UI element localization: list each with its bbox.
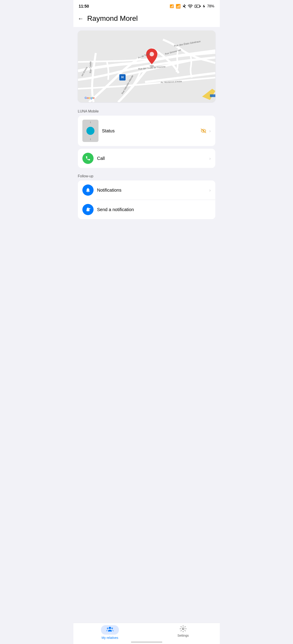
bell-icon <box>85 188 91 193</box>
svg-text:H: H <box>121 75 123 79</box>
call-label: Call <box>97 156 206 161</box>
charging-icon <box>203 4 205 8</box>
device-section-label: LUNA Mobile <box>78 106 215 116</box>
status-icons: 📶 📶 78% <box>170 4 214 9</box>
send-notification-item[interactable]: Send a notification <box>78 200 215 219</box>
notifications-chevron: › <box>209 188 211 193</box>
wifi-icon <box>188 4 193 8</box>
notifications-icon-circle <box>82 184 94 196</box>
svg-text:Rue Colette: Rue Colette <box>89 61 92 73</box>
map-container[interactable]: H Google Rue des États Généraux Rue Simo… <box>78 31 215 102</box>
call-chevron: › <box>209 156 211 161</box>
call-card: Call › <box>78 149 215 168</box>
device-image <box>82 120 99 142</box>
content: LUNA Mobile Status › <box>73 106 220 219</box>
bell-plus-icon <box>85 207 91 212</box>
svg-rect-19 <box>210 94 215 97</box>
notifications-label: Notifications <box>97 188 206 193</box>
svg-text:Google: Google <box>85 96 95 100</box>
wifi-icon: 📶 <box>176 4 181 9</box>
status-chevron: › <box>209 128 211 134</box>
bluetooth-icon: 📶 <box>170 4 174 8</box>
status-item[interactable]: Status › <box>78 116 215 146</box>
back-button[interactable]: ← <box>78 16 84 22</box>
battery-x-icon <box>194 4 201 8</box>
map-svg: H Google Rue des États Généraux Rue Simo… <box>78 31 215 102</box>
phone-icon <box>85 156 91 161</box>
status-bar: 11:50 📶 📶 78% <box>73 0 220 12</box>
battery-percent: 78% <box>207 4 214 8</box>
call-icon-circle <box>82 153 94 164</box>
status-right: › <box>200 128 211 134</box>
svg-rect-2 <box>200 6 201 7</box>
device-card: Status › <box>78 116 215 146</box>
svg-rect-1 <box>195 5 200 8</box>
followup-card: Notifications › Send a notification <box>78 180 215 219</box>
send-notification-label: Send a notification <box>97 207 211 212</box>
page-title: Raymond Morel <box>87 14 138 22</box>
send-notification-icon-circle <box>82 204 94 215</box>
call-item[interactable]: Call › <box>78 149 215 168</box>
status-time: 11:50 <box>79 4 89 9</box>
status-label: Status <box>102 128 197 134</box>
header: ← Raymond Morel <box>73 12 220 27</box>
followup-section-label: Follow-up <box>78 170 215 180</box>
bluetooth-icon <box>182 4 186 8</box>
notifications-item[interactable]: Notifications › <box>78 180 215 200</box>
eye-slash-icon[interactable] <box>200 128 207 133</box>
svg-point-0 <box>190 8 191 8</box>
